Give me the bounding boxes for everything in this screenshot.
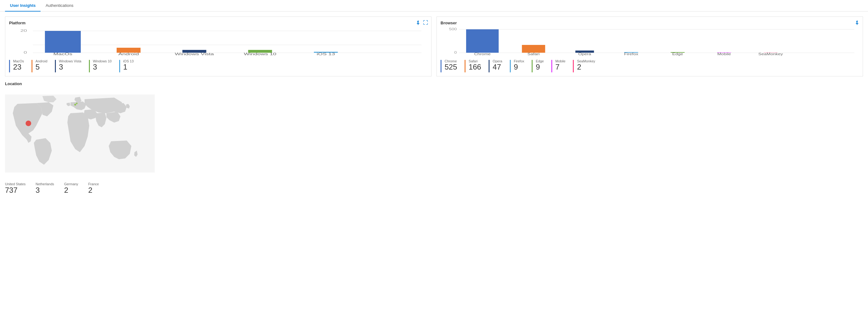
stat-bar xyxy=(32,60,32,72)
stat-value: 3 xyxy=(59,63,82,71)
location-stat-item: France 2 xyxy=(88,182,99,195)
stat-bar xyxy=(489,60,490,72)
browser-icons xyxy=(855,20,860,26)
stat-bar xyxy=(465,60,466,72)
platform-stat-item: iOS 13 1 xyxy=(119,59,134,72)
location-stat-item: Germany 2 xyxy=(64,182,78,195)
loc-label: France xyxy=(88,182,99,186)
browser-panel: Browser 500 0 Chrome Safari xyxy=(436,17,863,76)
stat-value: 9 xyxy=(514,63,525,71)
svg-text:iOS 13: iOS 13 xyxy=(317,53,335,56)
platform-stat-item: Windows Vista 3 xyxy=(55,59,82,72)
stat-info: SeaMonkey 2 xyxy=(577,59,595,71)
platform-stat-item: Windows 10 3 xyxy=(89,59,112,72)
svg-rect-7 xyxy=(117,48,141,53)
tab-user-insights[interactable]: User Insights xyxy=(5,0,40,11)
top-row: Platform 20 0 MacOs xyxy=(5,17,863,76)
browser-pin-icon[interactable] xyxy=(855,20,860,26)
svg-text:Android: Android xyxy=(118,53,139,56)
svg-text:MacOs: MacOs xyxy=(53,53,72,56)
stat-info: Edge 9 xyxy=(536,59,544,71)
stat-value: 47 xyxy=(493,63,502,71)
svg-text:Mobile: Mobile xyxy=(717,53,731,56)
browser-stat-item: Opera 47 xyxy=(489,59,502,72)
svg-text:Firefox: Firefox xyxy=(624,53,638,56)
stat-info: Android 5 xyxy=(36,59,48,71)
platform-panel: Platform 20 0 MacOs xyxy=(5,17,432,76)
loc-value: 2 xyxy=(88,186,99,195)
platform-stats: MacOs 23 Android 5 Windows Vista 3 Windo… xyxy=(9,59,428,72)
platform-expand-icon[interactable] xyxy=(423,20,428,26)
svg-text:Windows Vista: Windows Vista xyxy=(175,53,214,56)
stat-value: 23 xyxy=(13,63,24,71)
platform-title: Platform xyxy=(9,21,428,25)
stat-bar xyxy=(55,60,56,72)
stat-bar xyxy=(573,60,574,72)
stat-info: Firefox 9 xyxy=(514,59,525,71)
location-title: Location xyxy=(5,82,863,86)
stat-value: 3 xyxy=(93,63,112,71)
svg-text:500: 500 xyxy=(449,28,457,31)
stat-bar xyxy=(440,60,441,72)
browser-stat-item: Chrome 525 xyxy=(440,59,457,72)
stat-bar xyxy=(119,60,120,72)
svg-text:Edge: Edge xyxy=(672,53,683,56)
svg-text:Windows 10: Windows 10 xyxy=(244,53,276,56)
location-stat-item: Netherlands 3 xyxy=(36,182,54,195)
svg-text:0: 0 xyxy=(454,51,457,54)
browser-title: Browser xyxy=(440,21,859,25)
stat-value: 9 xyxy=(536,63,544,71)
svg-rect-5 xyxy=(45,31,81,53)
stat-bar xyxy=(532,60,533,72)
location-stat-item: United States 737 xyxy=(5,182,26,195)
stat-info: MacOs 23 xyxy=(13,59,24,71)
loc-value: 2 xyxy=(64,186,78,195)
stat-value: 1 xyxy=(123,63,134,71)
loc-label: United States xyxy=(5,182,26,186)
svg-text:Opera: Opera xyxy=(578,53,591,56)
svg-point-34 xyxy=(26,121,31,126)
svg-text:20: 20 xyxy=(20,29,27,32)
stat-bar xyxy=(510,60,511,72)
loc-label: Netherlands xyxy=(36,182,54,186)
platform-pin-icon[interactable] xyxy=(415,20,421,26)
tab-bar: User Insights Authentications xyxy=(0,0,868,11)
stat-info: Safari 166 xyxy=(469,59,481,71)
stat-info: iOS 13 1 xyxy=(123,59,134,71)
platform-stat-item: Android 5 xyxy=(32,59,48,72)
stat-bar xyxy=(9,60,10,72)
svg-rect-19 xyxy=(466,29,499,53)
stat-bar xyxy=(551,60,552,72)
loc-label: Germany xyxy=(64,182,78,186)
stat-value: 5 xyxy=(36,63,48,71)
browser-stat-item: Firefox 9 xyxy=(510,59,525,72)
map-container xyxy=(5,90,155,177)
loc-value: 737 xyxy=(5,186,26,195)
stat-value: 525 xyxy=(444,63,457,71)
svg-text:0: 0 xyxy=(24,51,27,54)
browser-stat-item: Mobile 7 xyxy=(551,59,565,72)
svg-text:Chrome: Chrome xyxy=(474,53,491,56)
platform-stat-item: MacOs 23 xyxy=(9,59,24,72)
stat-info: Windows Vista 3 xyxy=(59,59,82,71)
browser-stats: Chrome 525 Safari 166 Opera 47 Firefox 9… xyxy=(440,59,859,72)
stat-info: Mobile 7 xyxy=(555,59,565,71)
location-stats: United States 737 Netherlands 3 Germany … xyxy=(5,182,863,195)
svg-point-36 xyxy=(76,103,78,104)
loc-value: 3 xyxy=(36,186,54,195)
stat-info: Chrome 525 xyxy=(444,59,457,71)
location-section: Location xyxy=(5,82,863,195)
stat-bar xyxy=(89,60,90,72)
main-content: Platform 20 0 MacOs xyxy=(0,11,868,199)
svg-rect-21 xyxy=(522,45,546,53)
browser-stat-item: SeaMonkey 2 xyxy=(573,59,595,72)
platform-icons xyxy=(415,20,428,26)
stat-info: Windows 10 3 xyxy=(93,59,112,71)
browser-stat-item: Edge 9 xyxy=(532,59,544,72)
stat-value: 166 xyxy=(469,63,481,71)
tab-authentications[interactable]: Authentications xyxy=(40,0,78,11)
svg-text:Safari: Safari xyxy=(528,53,540,56)
svg-point-35 xyxy=(74,104,76,106)
world-map xyxy=(5,90,155,177)
stat-value: 2 xyxy=(577,63,595,71)
